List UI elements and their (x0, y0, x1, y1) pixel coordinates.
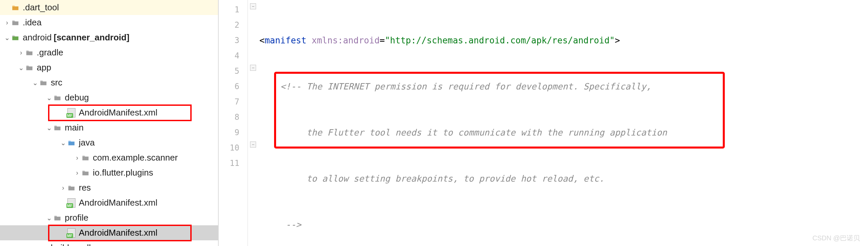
fold-gutter[interactable]: − − − (248, 0, 258, 246)
folder-icon (11, 18, 20, 27)
tree-item-label: AndroidManifest.xml (79, 197, 158, 208)
tree-item[interactable]: ›build.gradle (0, 240, 218, 246)
line-number: 3 (219, 33, 239, 48)
chevron-right-icon[interactable]: › (73, 169, 81, 177)
tree-item-label: .idea (23, 18, 41, 28)
tree-item[interactable]: ›AndroidManifest.xml (0, 225, 218, 240)
code-line[interactable]: the Flutter tool needs it to communicate… (258, 125, 868, 140)
line-number: 4 (219, 48, 239, 63)
project-tree-sidebar[interactable]: ›.dart_tool›.idea⌄android[scanner_androi… (0, 0, 219, 246)
tree-item-label: AndroidManifest.xml (79, 107, 158, 118)
tree-item[interactable]: ⌄android[scanner_android] (0, 30, 218, 45)
folder-icon (67, 183, 76, 193)
folder-icon (25, 48, 34, 57)
tree-item-label: .dart_tool (23, 2, 59, 13)
line-number: 7 (219, 94, 239, 110)
line-number: 6 (219, 79, 239, 94)
code-area[interactable]: <manifest xmlns:android="http://schemas.… (258, 0, 868, 246)
chevron-right-icon[interactable]: › (59, 184, 67, 192)
chevron-down-icon[interactable]: ⌄ (31, 79, 39, 87)
fold-toggle-icon[interactable]: − (250, 142, 256, 148)
watermark: CSDN @巴诺贝 (812, 234, 860, 243)
code-line[interactable]: <manifest xmlns:android="http://schemas.… (258, 33, 868, 48)
tree-item[interactable]: ⌄profile (0, 210, 218, 225)
tree-item[interactable]: ›res (0, 180, 218, 195)
tree-item[interactable]: ›.dart_tool (0, 0, 218, 15)
tree-item-label: [scanner_android] (54, 32, 129, 43)
folder-icon (53, 213, 62, 223)
chevron-right-icon[interactable]: › (18, 49, 25, 56)
tree-item-label: app (37, 62, 51, 73)
line-number: 1 (219, 2, 239, 18)
chevron-down-icon[interactable]: ⌄ (45, 94, 53, 102)
chevron-down-icon[interactable]: ⌄ (18, 64, 25, 72)
tree-item[interactable]: ›AndroidManifest.xml (0, 195, 218, 210)
code-line[interactable]: --> (258, 217, 868, 232)
manifest-file-icon (67, 108, 76, 118)
code-line[interactable]: to allow setting breakpoints, to provide… (258, 171, 868, 186)
folder-icon (25, 63, 34, 72)
tree-item[interactable]: ›.idea (0, 15, 218, 30)
code-line[interactable]: <!-- The INTERNET permission is required… (258, 79, 868, 94)
tree-item[interactable]: ⌄java (0, 135, 218, 150)
tree-item-label: AndroidManifest.xml (79, 228, 158, 238)
tree-item-label: java (79, 137, 95, 148)
chevron-right-icon[interactable]: › (73, 154, 81, 161)
folder-icon (81, 168, 90, 178)
tree-item-label: main (65, 123, 84, 133)
tree-item-label: debug (65, 92, 89, 103)
tree-item-label: profile (65, 213, 89, 223)
folder-icon (53, 123, 62, 132)
fold-toggle-icon[interactable]: − (250, 3, 256, 9)
line-number: 8 (219, 110, 239, 125)
line-number: 10 (219, 140, 239, 156)
line-number: 11 (219, 156, 239, 171)
chevron-down-icon[interactable]: ⌄ (3, 34, 11, 42)
line-number: 9 (219, 125, 239, 140)
folder-icon (11, 33, 20, 42)
line-number-gutter: 1234567891011 (219, 0, 248, 246)
folder-icon (53, 93, 62, 102)
code-editor[interactable]: 1234567891011 − − − <manifest xmlns:andr… (219, 0, 868, 246)
tree-item[interactable]: ›.gradle (0, 45, 218, 60)
tree-item[interactable]: ›AndroidManifest.xml (0, 105, 218, 120)
chevron-right-icon[interactable]: › (3, 19, 11, 26)
tree-item[interactable]: ›com.example.scanner (0, 150, 218, 165)
line-number: 2 (219, 18, 239, 33)
line-number: 5 (219, 63, 239, 79)
tree-item[interactable]: ⌄debug (0, 90, 218, 105)
folder-icon (11, 3, 20, 12)
tree-item[interactable]: ⌄src (0, 75, 218, 90)
tree-item-label: res (79, 183, 91, 193)
tree-item-prefix: android (23, 32, 52, 43)
manifest-file-icon (67, 198, 76, 208)
folder-icon (39, 78, 48, 88)
fold-toggle-icon[interactable]: − (250, 65, 256, 71)
tree-item-label: com.example.scanner (93, 153, 178, 163)
tree-item[interactable]: ⌄app (0, 60, 218, 75)
chevron-down-icon[interactable]: ⌄ (59, 139, 67, 147)
chevron-down-icon[interactable]: ⌄ (45, 214, 53, 222)
chevron-down-icon[interactable]: ⌄ (45, 124, 53, 132)
tree-item[interactable]: ⌄main (0, 120, 218, 135)
manifest-file-icon (67, 228, 76, 238)
tree-item-label: src (51, 78, 62, 88)
folder-icon (67, 138, 76, 148)
tree-item[interactable]: ›io.flutter.plugins (0, 165, 218, 180)
tree-item-label: .gradle (37, 48, 63, 58)
tree-item-label: io.flutter.plugins (93, 167, 153, 178)
folder-icon (81, 153, 90, 162)
gradle-file-icon (39, 243, 48, 246)
tree-item-label: build.gradle (51, 243, 95, 246)
